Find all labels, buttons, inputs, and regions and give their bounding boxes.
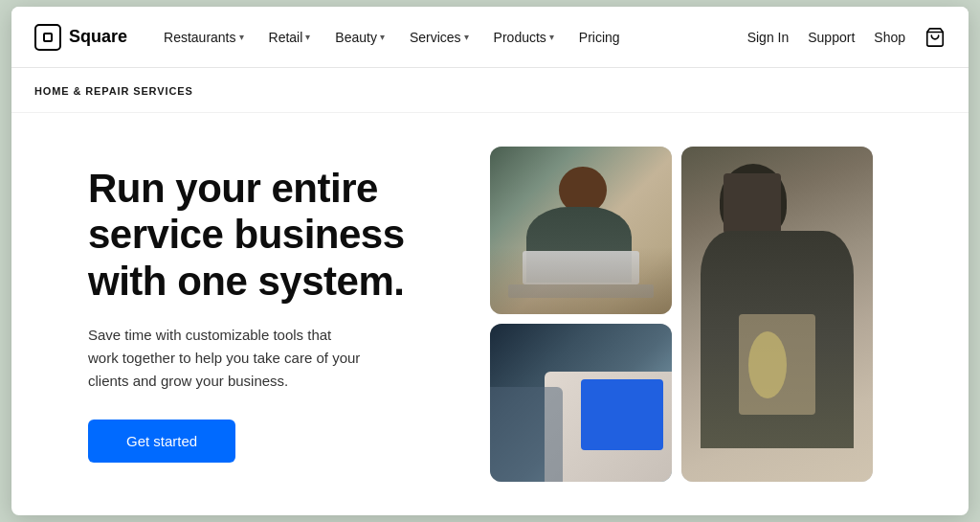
nav-item-restaurants[interactable]: Restaurants ▾ bbox=[154, 24, 253, 51]
chevron-down-icon: ▾ bbox=[549, 32, 554, 42]
hero-section: Run your entire service business with on… bbox=[11, 113, 969, 515]
browser-window: Square Restaurants ▾ Retail ▾ Beauty ▾ S… bbox=[11, 7, 969, 515]
chevron-down-icon: ▾ bbox=[239, 32, 244, 42]
nav-item-products[interactable]: Products ▾ bbox=[484, 24, 564, 51]
image-person-laptop bbox=[490, 147, 672, 314]
cart-icon[interactable] bbox=[924, 27, 946, 48]
nav-right: Sign In Support Shop bbox=[747, 27, 946, 48]
get-started-button[interactable]: Get started bbox=[88, 420, 235, 463]
logo-inner-square bbox=[43, 33, 53, 42]
nav-item-beauty[interactable]: Beauty ▾ bbox=[325, 24, 394, 51]
nav-links: Restaurants ▾ Retail ▾ Beauty ▾ Services… bbox=[154, 24, 747, 51]
hero-headline: Run your entire service business with on… bbox=[88, 166, 452, 305]
chevron-down-icon: ▾ bbox=[305, 32, 310, 42]
image-mechanic bbox=[681, 147, 873, 482]
nav-item-pricing[interactable]: Pricing bbox=[569, 24, 630, 51]
breadcrumb: HOME & REPAIR SERVICES bbox=[34, 85, 193, 97]
hero-content: Run your entire service business with on… bbox=[88, 166, 452, 463]
shop-link[interactable]: Shop bbox=[874, 30, 905, 45]
chevron-down-icon: ▾ bbox=[464, 32, 469, 42]
hero-subtext: Save time with customizable tools that w… bbox=[88, 324, 366, 393]
sign-in-link[interactable]: Sign In bbox=[747, 30, 790, 45]
logo[interactable]: Square bbox=[34, 24, 127, 51]
square-logo-icon bbox=[34, 24, 61, 51]
breadcrumb-bar: HOME & REPAIR SERVICES bbox=[11, 68, 969, 113]
logo-text: Square bbox=[69, 27, 127, 47]
support-link[interactable]: Support bbox=[808, 30, 855, 45]
chevron-down-icon: ▾ bbox=[380, 32, 385, 42]
nav-item-retail[interactable]: Retail ▾ bbox=[259, 24, 321, 51]
image-payment bbox=[490, 324, 672, 482]
hero-images bbox=[490, 147, 946, 482]
nav-item-services[interactable]: Services ▾ bbox=[400, 24, 479, 51]
navbar: Square Restaurants ▾ Retail ▾ Beauty ▾ S… bbox=[11, 7, 969, 68]
